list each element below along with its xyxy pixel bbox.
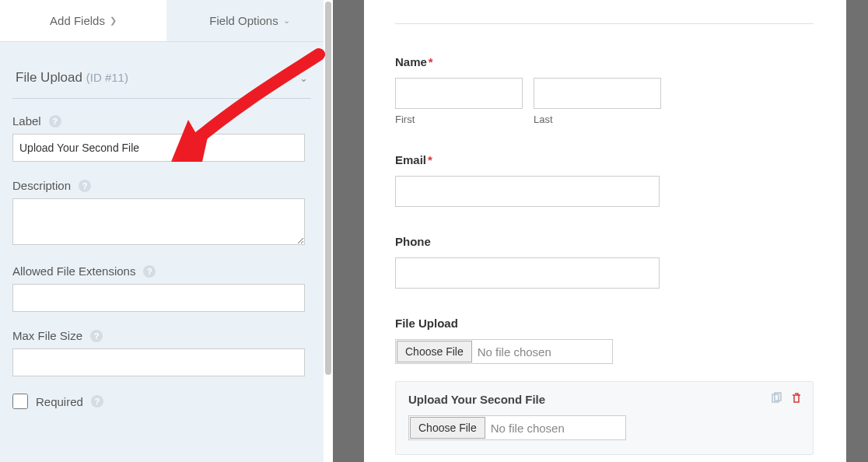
- required-checkbox[interactable]: [12, 394, 28, 409]
- field-action-icons: [769, 391, 803, 405]
- choose-file-button[interactable]: Choose File: [410, 417, 485, 439]
- file2-placeholder: No file chosen: [486, 422, 565, 435]
- top-divider: [395, 23, 814, 24]
- tab-add-fields-label: Add Fields: [50, 14, 105, 27]
- right-panel: Name* First Last Email*: [364, 0, 868, 462]
- label-input[interactable]: [12, 134, 305, 162]
- file1-label: File Upload: [395, 317, 814, 330]
- row-allowed-ext: Allowed File Extensions ?: [12, 264, 311, 312]
- max-size-input[interactable]: [12, 348, 305, 376]
- allowed-ext-input[interactable]: [12, 284, 305, 312]
- file2-label: Upload Your Second File: [408, 393, 800, 406]
- allowed-ext-label-text: Allowed File Extensions: [12, 264, 135, 278]
- chevron-down-icon: ⌄: [283, 16, 290, 26]
- section-header[interactable]: File Upload (ID #11) ⌄: [12, 42, 311, 99]
- row-max-size: Max File Size ?: [12, 329, 311, 376]
- email-label-text: Email: [395, 153, 426, 166]
- phone-label: Phone: [395, 235, 814, 248]
- section-title-text: File Upload: [16, 70, 82, 85]
- row-label: Label ?: [12, 114, 311, 162]
- phone-label-text: Phone: [395, 235, 431, 248]
- chevron-down-icon: ⌄: [299, 72, 308, 84]
- choose-file-button[interactable]: Choose File: [397, 341, 472, 362]
- description-label-text: Description: [12, 179, 71, 192]
- field-file2-selected[interactable]: Upload Your Second File Choose File No f…: [395, 381, 814, 455]
- row-required: Required ?: [12, 394, 311, 409]
- chevron-right-icon: ❯: [110, 16, 117, 26]
- label-label: Label ?: [12, 114, 311, 128]
- preview-pane: Name* First Last Email*: [364, 0, 846, 462]
- help-icon[interactable]: ?: [91, 395, 103, 408]
- file1-label-text: File Upload: [395, 317, 458, 330]
- required-label: Required: [36, 395, 83, 408]
- label-label-text: Label: [12, 114, 41, 128]
- max-size-label-text: Max File Size: [12, 329, 82, 342]
- help-icon[interactable]: ?: [49, 115, 61, 128]
- email-label: Email*: [395, 153, 814, 166]
- max-size-label: Max File Size ?: [12, 329, 311, 342]
- tab-field-options-label: Field Options: [209, 14, 278, 27]
- first-sublabel: First: [395, 114, 523, 125]
- last-name-input[interactable]: [534, 78, 661, 109]
- name-label-text: Name: [395, 55, 427, 68]
- file2-label-text: Upload Your Second File: [408, 393, 545, 406]
- help-icon[interactable]: ?: [90, 330, 103, 342]
- tab-field-options[interactable]: Field Options ⌄: [166, 0, 333, 41]
- email-input[interactable]: [395, 176, 660, 207]
- left-panel: Add Fields ❯ Field Options ⌄ File Upload…: [0, 0, 333, 462]
- file1-input[interactable]: Choose File No file chosen: [395, 339, 613, 364]
- trash-icon[interactable]: [789, 391, 803, 405]
- phone-input[interactable]: [395, 257, 660, 289]
- first-name-input[interactable]: [395, 78, 523, 109]
- left-scrollbar[interactable]: [324, 0, 333, 462]
- scrollbar-thumb[interactable]: [325, 2, 331, 375]
- description-textarea[interactable]: [12, 198, 305, 245]
- duplicate-icon[interactable]: [769, 391, 783, 405]
- file2-input[interactable]: Choose File No file chosen: [408, 415, 626, 440]
- section-title: File Upload (ID #11): [16, 70, 128, 86]
- panel-body: File Upload (ID #11) ⌄ Label ? Descripti…: [0, 42, 324, 409]
- field-email: Email*: [395, 153, 814, 207]
- tabs: Add Fields ❯ Field Options ⌄: [0, 0, 333, 42]
- field-phone: Phone: [395, 235, 814, 289]
- tab-add-fields[interactable]: Add Fields ❯: [0, 0, 166, 41]
- file1-placeholder: No file chosen: [473, 345, 551, 359]
- required-asterisk: *: [429, 55, 433, 68]
- field-name: Name* First Last: [395, 55, 814, 125]
- section-id: (ID #11): [86, 71, 128, 84]
- help-icon[interactable]: ?: [143, 265, 156, 278]
- last-sublabel: Last: [534, 114, 661, 125]
- name-label: Name*: [395, 55, 814, 68]
- field-file1: File Upload Choose File No file chosen: [395, 317, 814, 364]
- row-description: Description ?: [12, 179, 311, 247]
- help-icon[interactable]: ?: [79, 180, 91, 192]
- allowed-ext-label: Allowed File Extensions ?: [12, 264, 311, 278]
- divider-gap: [333, 0, 364, 462]
- required-asterisk: *: [428, 153, 432, 166]
- description-label: Description ?: [12, 179, 311, 192]
